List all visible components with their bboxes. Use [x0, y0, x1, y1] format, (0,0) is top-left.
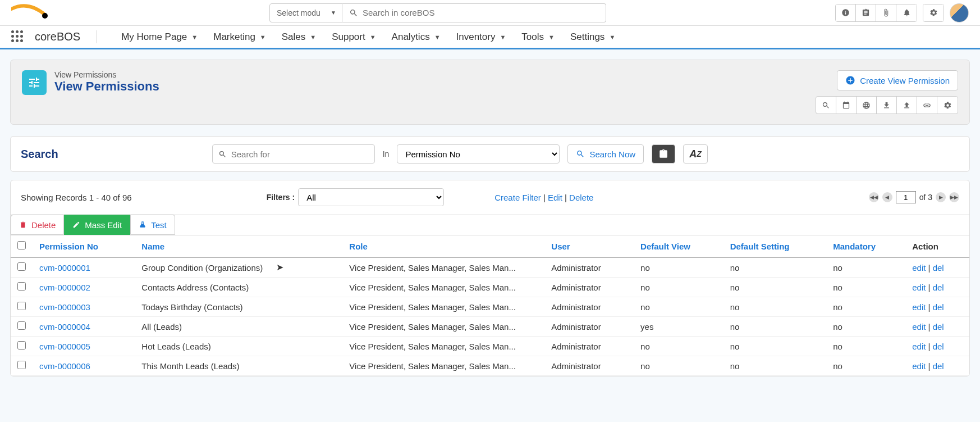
permission-no-link[interactable]: cvm-0000003: [39, 302, 90, 312]
in-label: In: [383, 149, 390, 158]
pager-prev-icon[interactable]: ◀: [882, 192, 892, 202]
cell-user: Administrator: [544, 337, 634, 356]
sort-az-icon[interactable]: AZ: [683, 144, 708, 164]
test-button[interactable]: Test: [130, 215, 175, 235]
cell-actions: edit | del: [905, 257, 969, 278]
select-all-checkbox[interactable]: [17, 241, 26, 249]
delete-filter-link[interactable]: Delete: [569, 193, 593, 202]
filter-links: Create Filter | Edit | Delete: [494, 193, 593, 202]
pencil-icon: [72, 221, 80, 229]
nav-analytics[interactable]: Analytics▼: [384, 31, 448, 43]
edit-filter-link[interactable]: Edit: [548, 193, 562, 202]
nav-home[interactable]: My Home Page▼: [113, 31, 205, 43]
edit-link[interactable]: edit: [912, 263, 926, 273]
cell-user: Administrator: [544, 317, 634, 337]
app-logo[interactable]: [11, 3, 56, 22]
row-checkbox[interactable]: [17, 282, 26, 291]
user-avatar[interactable]: [950, 3, 969, 22]
cell-actions: edit | del: [905, 317, 969, 337]
gear-icon[interactable]: [923, 4, 944, 21]
row-checkbox[interactable]: [17, 341, 26, 350]
edit-link[interactable]: edit: [912, 322, 926, 332]
table-row: cvm-0000002Contacts Address (Contacts)Vi…: [11, 278, 969, 297]
toolbar-calendar-icon[interactable]: [836, 97, 857, 114]
filters-label: Filters :: [267, 193, 295, 202]
nav-sales[interactable]: Sales▼: [274, 31, 324, 43]
module-select[interactable]: Select modu: [269, 3, 342, 22]
pager-first-icon[interactable]: ◀◀: [869, 192, 879, 202]
th-name[interactable]: Name: [135, 235, 342, 258]
pager-last-icon[interactable]: ▶▶: [949, 192, 959, 202]
edit-link[interactable]: edit: [912, 342, 926, 351]
cell-actions: edit | del: [905, 337, 969, 356]
del-link[interactable]: del: [933, 283, 944, 292]
row-checkbox[interactable]: [17, 361, 26, 369]
toolbar-export-icon[interactable]: [897, 97, 917, 114]
permission-no-link[interactable]: cvm-0000001: [39, 263, 90, 273]
search-field-select[interactable]: Permission No: [397, 144, 560, 164]
permission-no-link[interactable]: cvm-0000004: [39, 322, 90, 332]
row-checkbox[interactable]: [17, 302, 26, 310]
info-icon[interactable]: [836, 4, 856, 21]
pager-page-input[interactable]: [896, 191, 916, 203]
row-checkbox[interactable]: [17, 262, 26, 271]
search-input[interactable]: [231, 149, 369, 159]
permission-no-link[interactable]: cvm-0000002: [39, 283, 90, 292]
content: View Permissions View Permissions Create…: [0, 49, 980, 387]
bell-icon[interactable]: [896, 4, 917, 21]
toolbar-link-icon[interactable]: [917, 97, 937, 114]
permission-no-link[interactable]: cvm-0000005: [39, 342, 90, 351]
toolbar-search-icon[interactable]: [816, 97, 836, 114]
create-button[interactable]: Create View Permission: [837, 70, 958, 90]
th-role[interactable]: Role: [342, 235, 544, 258]
clipboard-icon[interactable]: [856, 4, 876, 21]
chevron-down-icon: ▼: [434, 34, 441, 40]
toolbar-globe-icon[interactable]: [857, 97, 877, 114]
global-search-input[interactable]: [363, 8, 599, 17]
nav-support[interactable]: Support▼: [324, 31, 383, 43]
row-checkbox[interactable]: [17, 321, 26, 330]
edit-link[interactable]: edit: [912, 302, 926, 312]
th-default-setting[interactable]: Default Setting: [723, 235, 826, 258]
attachment-icon[interactable]: [876, 4, 896, 21]
nav-settings[interactable]: Settings▼: [562, 31, 623, 43]
th-default-view[interactable]: Default View: [634, 235, 723, 258]
trash-icon: [19, 221, 27, 229]
cell-role: Vice President, Sales Manager, Sales Man…: [342, 297, 544, 317]
edit-link[interactable]: edit: [912, 361, 926, 371]
chevron-down-icon: ▼: [370, 34, 376, 40]
cell-name: Hot Leads (Leads): [135, 337, 342, 356]
th-permission-no[interactable]: Permission No: [33, 235, 135, 258]
mass-edit-button[interactable]: Mass Edit: [64, 215, 130, 235]
pager-next-icon[interactable]: ▶: [936, 192, 946, 202]
search-now-button[interactable]: Search Now: [567, 144, 644, 164]
brand-label[interactable]: coreBOS: [35, 30, 97, 43]
toolbar-import-icon[interactable]: [877, 97, 897, 114]
breadcrumb[interactable]: View Permissions: [54, 70, 159, 79]
apps-grid-icon[interactable]: [11, 30, 25, 44]
filter-select[interactable]: All: [298, 188, 444, 206]
delete-button[interactable]: Delete: [11, 215, 64, 235]
nav-inventory[interactable]: Inventory▼: [448, 31, 514, 43]
th-user[interactable]: User: [544, 235, 634, 258]
permission-no-link[interactable]: cvm-0000006: [39, 361, 90, 371]
del-link[interactable]: del: [933, 263, 944, 273]
del-link[interactable]: del: [933, 361, 944, 371]
nav-marketing[interactable]: Marketing▼: [205, 31, 274, 43]
cell-default-setting: no: [723, 317, 826, 337]
th-checkbox: [11, 235, 33, 258]
edit-link[interactable]: edit: [912, 283, 926, 292]
nav-label: Marketing: [213, 31, 255, 43]
clipboard-search-icon[interactable]: [652, 144, 675, 164]
del-link[interactable]: del: [933, 342, 944, 351]
th-mandatory[interactable]: Mandatory: [826, 235, 905, 258]
page-header-right: Create View Permission: [816, 70, 958, 114]
nav-tools[interactable]: Tools▼: [514, 31, 562, 43]
del-link[interactable]: del: [933, 302, 944, 312]
create-filter-link[interactable]: Create Filter: [494, 193, 541, 202]
del-link[interactable]: del: [933, 322, 944, 332]
cell-name: Contacts Address (Contacts): [135, 278, 342, 297]
toolbar-gear-icon[interactable]: [937, 97, 958, 114]
cell-name: Group Condition (Organizations): [135, 257, 342, 278]
table-row: cvm-0000004All (Leads)Vice President, Sa…: [11, 317, 969, 337]
